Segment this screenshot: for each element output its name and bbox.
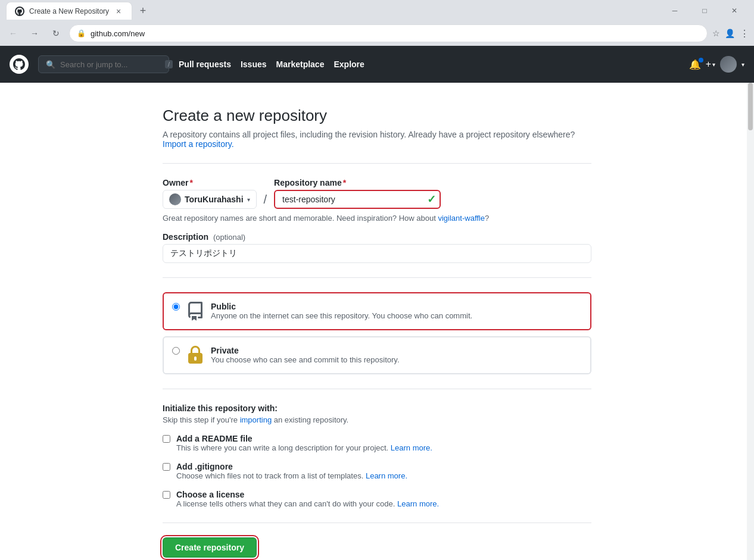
search-shortcut: / bbox=[165, 60, 173, 68]
back-button[interactable]: ← bbox=[5, 25, 21, 42]
bookmark-icon[interactable]: ☆ bbox=[712, 29, 720, 38]
gitignore-checkbox[interactable] bbox=[163, 463, 170, 471]
public-content: Public Anyone on the internet can see th… bbox=[211, 302, 472, 320]
main-content: Create a new repository A repository con… bbox=[0, 83, 754, 560]
importing-link[interactable]: importing bbox=[240, 415, 272, 424]
owner-select[interactable]: ToruKurahashi ▾ bbox=[163, 190, 257, 209]
license-learn-link[interactable]: Learn more. bbox=[397, 499, 439, 508]
public-desc: Anyone on the internet can see this repo… bbox=[211, 311, 472, 320]
suggestion-link[interactable]: vigilant-waffle bbox=[438, 214, 485, 223]
notification-badge bbox=[699, 58, 703, 62]
nav-actions: 🔔 + ▾ ▾ bbox=[689, 56, 744, 73]
new-tab-button[interactable]: + bbox=[135, 2, 151, 19]
address-bar[interactable]: 🔒 github.com/new bbox=[69, 24, 708, 42]
public-title: Public bbox=[211, 302, 472, 311]
initialize-title: Initialize this repository with: bbox=[163, 403, 591, 413]
description-input[interactable] bbox=[163, 244, 591, 263]
readme-checkbox[interactable] bbox=[163, 435, 170, 443]
lock-icon: 🔒 bbox=[77, 29, 86, 37]
tab-title: Create a New Repository bbox=[29, 7, 109, 15]
private-option[interactable]: Private You choose who can see and commi… bbox=[163, 336, 591, 374]
readme-title: Add a README file bbox=[176, 434, 432, 443]
slash-separator: / bbox=[261, 193, 270, 209]
browser-tab[interactable]: Create a New Repository × bbox=[6, 2, 132, 20]
section-divider-2 bbox=[163, 277, 591, 278]
description-label: Description (optional) bbox=[163, 232, 591, 242]
search-input[interactable] bbox=[60, 60, 160, 69]
private-radio[interactable] bbox=[172, 347, 180, 355]
nav-issues[interactable]: Issues bbox=[241, 60, 267, 69]
menu-icon[interactable]: ⋮ bbox=[740, 28, 749, 39]
license-checkbox[interactable] bbox=[163, 491, 170, 499]
readme-learn-link[interactable]: Learn more. bbox=[391, 443, 432, 452]
license-content: Choose a license A license tells others … bbox=[176, 490, 439, 508]
owner-chevron-icon: ▾ bbox=[247, 196, 250, 203]
scrollbar[interactable] bbox=[747, 83, 754, 560]
gitignore-content: Add .gitignore Choose which files not to… bbox=[176, 462, 407, 480]
owner-group: Owner* ToruKurahashi ▾ bbox=[163, 178, 257, 209]
section-divider-3 bbox=[163, 389, 591, 389]
repo-name-input[interactable] bbox=[274, 190, 441, 209]
nav-marketplace[interactable]: Marketplace bbox=[276, 60, 325, 69]
section-divider bbox=[163, 163, 591, 164]
public-book-icon bbox=[186, 302, 205, 321]
plus-icon: + bbox=[706, 59, 711, 70]
gitignore-item: Add .gitignore Choose which files not to… bbox=[163, 462, 591, 480]
page-title: Create a new repository bbox=[163, 107, 591, 125]
private-desc: You choose who can see and commit to thi… bbox=[211, 355, 400, 364]
plus-chevron: ▾ bbox=[712, 61, 715, 68]
repo-name-wrapper: ✓ bbox=[274, 190, 441, 209]
public-radio[interactable] bbox=[172, 303, 180, 311]
readme-item: Add a README file This is where you can … bbox=[163, 434, 591, 452]
license-title: Choose a license bbox=[176, 490, 439, 499]
close-icon[interactable]: × bbox=[114, 7, 123, 16]
public-option[interactable]: Public Anyone on the internet can see th… bbox=[163, 292, 591, 330]
url-text: github.com/new bbox=[91, 29, 700, 38]
private-content: Private You choose who can see and commi… bbox=[211, 346, 400, 364]
owner-name: ToruKurahashi bbox=[185, 195, 244, 204]
repo-name-helper: Great repository names are short and mem… bbox=[163, 214, 591, 223]
initialize-subtitle: Skip this step if you're importing an ex… bbox=[163, 415, 591, 424]
gitignore-learn-link[interactable]: Learn more. bbox=[366, 471, 407, 480]
tab-favicon bbox=[15, 7, 24, 16]
repo-name-label: Repository name* bbox=[274, 178, 441, 187]
nav-pull-requests[interactable]: Pull requests bbox=[179, 60, 231, 69]
import-link[interactable]: Import a repository. bbox=[163, 139, 234, 149]
gitignore-title: Add .gitignore bbox=[176, 462, 407, 471]
owner-label: Owner* bbox=[163, 178, 257, 187]
reload-button[interactable]: ↻ bbox=[48, 25, 64, 42]
create-repository-button[interactable]: Create repository bbox=[163, 537, 257, 558]
license-desc: A license tells others what they can and… bbox=[176, 499, 439, 508]
create-menu[interactable]: + ▾ bbox=[706, 59, 715, 70]
close-button[interactable]: ✕ bbox=[721, 2, 748, 20]
user-avatar[interactable] bbox=[720, 56, 737, 73]
nav-explore[interactable]: Explore bbox=[334, 60, 364, 69]
nav-links: Pull requests Issues Marketplace Explore bbox=[179, 60, 364, 69]
profile-icon[interactable]: 👤 bbox=[725, 29, 735, 38]
github-logo[interactable] bbox=[10, 55, 29, 74]
private-title: Private bbox=[211, 346, 400, 355]
license-item: Choose a license A license tells others … bbox=[163, 490, 591, 508]
search-box[interactable]: 🔍 / bbox=[38, 55, 169, 73]
description-group: Description (optional) bbox=[163, 232, 591, 263]
owner-repo-row: Owner* ToruKurahashi ▾ / Repository name… bbox=[163, 178, 591, 209]
avatar-chevron[interactable]: ▾ bbox=[741, 61, 744, 68]
notifications-bell[interactable]: 🔔 bbox=[689, 59, 701, 70]
search-icon: 🔍 bbox=[46, 60, 55, 69]
owner-avatar-small bbox=[169, 193, 181, 205]
readme-content: Add a README file This is where you can … bbox=[176, 434, 432, 452]
minimize-button[interactable]: ─ bbox=[661, 2, 688, 20]
maximize-button[interactable]: □ bbox=[691, 2, 718, 20]
window-controls: ─ □ ✕ bbox=[661, 2, 748, 20]
gitignore-desc: Choose which files not to track from a l… bbox=[176, 471, 407, 480]
page-description: A repository contains all project files,… bbox=[163, 130, 591, 149]
section-divider-4 bbox=[163, 523, 591, 523]
valid-check-icon: ✓ bbox=[427, 193, 436, 206]
scrollbar-thumb[interactable] bbox=[748, 83, 753, 130]
forward-button[interactable]: → bbox=[26, 25, 43, 42]
readme-desc: This is where you can write a long descr… bbox=[176, 443, 432, 452]
repo-name-group: Repository name* ✓ bbox=[274, 178, 441, 209]
github-navbar: 🔍 / Pull requests Issues Marketplace Exp… bbox=[0, 46, 754, 83]
lock-icon bbox=[186, 346, 205, 365]
